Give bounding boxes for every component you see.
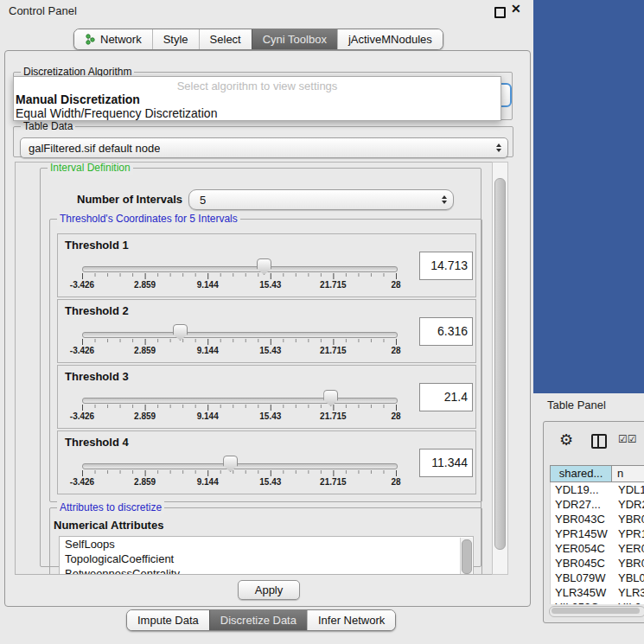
attribute-item-topologicalcoefficient[interactable]: TopologicalCoefficient [60,552,473,566]
slider-tick-label: 28 [370,280,422,290]
thresholds-group-title: Threshold's Coordinates for 5 Intervals [57,213,240,226]
tab-network[interactable]: Network [74,29,152,49]
tab-label: Style [163,33,188,46]
table-row[interactable]: YBR045CYBR0 [551,556,644,571]
slider-tick-marks [82,470,397,477]
combo-stepper-icon [442,195,447,204]
slider-tick-label: 9.144 [182,346,233,355]
tab-label: Cyni Toolbox [263,33,327,46]
tab-select[interactable]: Select [199,29,252,49]
tab-label: jActiveMNodules [348,33,432,46]
attributes-list-scrollbar[interactable] [460,538,472,575]
slider-tick-label: 9.144 [182,411,233,421]
attribute-item-selfloops[interactable]: SelfLoops [60,537,473,552]
settings-scrollbar[interactable] [492,162,508,575]
slider-tick-label: 2.859 [119,280,171,290]
slider-tick-label: -3.426 [56,411,108,421]
slider-tick-label: 21.715 [307,477,359,487]
table-row[interactable]: YBL079WYBL0 [551,571,644,585]
slider-tick-label: 21.715 [307,280,359,290]
control-panel-tabs: NetworkStyleSelectCyni ToolboxjActiveMNo… [73,29,443,50]
table-horizontal-scrollbar[interactable] [549,606,644,617]
threshold-label: Threshold 2 [65,304,129,317]
slider-tick-marks [82,273,397,280]
table-row[interactable]: YDL19...YDL1 [551,482,644,497]
attribute-item-betweennesscentrality[interactable]: BetweennessCentrality [60,566,473,575]
split-pane-icon[interactable] [591,434,607,449]
close-window-icon[interactable]: ✕ [511,2,521,16]
slider-tick-label: 2.859 [119,411,171,421]
network-icon [85,34,96,45]
bottom-tab-label: Discretize Data [220,614,296,627]
slider-tick-label: 28 [370,477,422,487]
apply-button[interactable]: Apply [238,580,300,600]
bottom-tab-infer-network[interactable]: Infer Network [307,610,395,630]
cell-shared-name: YDL19... [551,482,613,497]
numerical-attributes-list[interactable]: SelfLoopsTopologicalCoefficientBetweenne… [59,536,474,575]
threshold-slider-track[interactable] [82,332,398,338]
cell-name: YBR0 [613,512,644,526]
float-window-icon[interactable] [494,7,506,18]
table-row[interactable]: YDR27...YDR2 [551,497,644,512]
node-table: shared... n YDL19...YDL1YDR27...YDR2YBR0… [550,465,644,604]
node-table-rows: YDL19...YDL1YDR27...YDR2YBR043CYBR0YPR14… [550,482,644,604]
slider-tick-label: 15.43 [245,346,296,355]
thresholds-group: Threshold's Coordinates for 5 Intervals … [49,219,482,502]
threshold-value-field[interactable]: 11.344 [419,449,473,477]
gear-icon[interactable]: ⚙ [559,430,573,450]
control-panel-window: Control Panel ✕ NetworkStyleSelectCyni T… [0,0,533,644]
slider-tick-label: 28 [370,411,422,421]
table-row[interactable]: YER054CYER0 [551,541,644,556]
algorithm-option-equal-width-frequency-discretization[interactable]: Equal Width/Frequency Discretization [14,106,501,120]
network-window-frame: GAL80GACGAL11GAL4GCY1HHAP2 [533,0,644,393]
interval-definition-group: Interval Definition Number of Intervals … [40,168,481,567]
algorithm-option-manual-discretization[interactable]: Manual Discretization [14,92,501,106]
bottom-tab-label: Infer Network [318,614,385,627]
apply-button-label: Apply [255,583,284,596]
threshold-slider-track[interactable] [82,463,398,469]
threshold-label: Threshold 3 [65,370,129,383]
node-table-header: shared... n [550,465,644,482]
table-horizontal-scrollbar-thumb[interactable] [552,608,640,614]
settings-scroll-viewport: Interval Definition Number of Intervals … [15,162,493,575]
bottom-tab-impute-data[interactable]: Impute Data [127,610,209,630]
tab-cyni-toolbox[interactable]: Cyni Toolbox [252,29,337,49]
threshold-panel-2: Threshold 2-3.4262.8599.14415.4321.71528… [57,299,476,363]
column-header-shared-name[interactable]: shared... [550,465,612,482]
bottom-tab-label: Impute Data [137,614,199,627]
cell-name: YDL1 [613,482,644,497]
column-header-name[interactable]: n [612,465,644,482]
cell-name: YBL0 [613,571,644,585]
num-intervals-combobox[interactable]: 5 [188,189,454,210]
table-row[interactable]: YBR043CYBR0 [551,512,644,526]
slider-tick-label: -3.426 [56,346,108,355]
cell-name: YLR3 [613,585,644,600]
table-row[interactable]: YIL052CYIL0 [551,600,644,604]
cell-shared-name: YIL052C [551,600,613,604]
threshold-value-field[interactable]: 14.713 [419,252,473,280]
slider-tick-label: -3.426 [56,477,108,487]
table-row[interactable]: YPR145WYPR1 [551,526,644,541]
attributes-list-scrollbar-thumb[interactable] [462,539,472,574]
tab-jactivemnodules[interactable]: jActiveMNodules [337,29,443,49]
table-panel-title: Table Panel [547,399,606,411]
slider-tick-label: 21.715 [307,411,359,421]
tab-style[interactable]: Style [152,29,199,49]
threshold-value-field[interactable]: 21.4 [419,383,473,411]
slider-tick-label: 2.859 [119,477,171,487]
bottom-tab-discretize-data[interactable]: Discretize Data [209,610,307,630]
cell-shared-name: YBL079W [551,571,613,585]
slider-tick-label: 15.43 [245,280,296,290]
threshold-slider-track[interactable] [82,398,398,404]
threshold-value-field[interactable]: 6.316 [419,317,473,346]
cell-shared-name: YDR27... [551,497,613,512]
settings-scrollbar-thumb[interactable] [494,178,506,550]
checkbox-icons[interactable]: ☑☑ [618,433,637,445]
threshold-slider-track[interactable] [82,266,398,272]
slider-tick-label: -3.426 [56,280,108,290]
numerical-attributes-label: Numerical Attributes [54,519,163,532]
table-row[interactable]: YLR345WYLR3 [551,585,644,600]
table-data-combobox[interactable]: galFiltered.sif default node [20,137,508,158]
cell-shared-name: YBR045C [551,556,613,571]
slider-tick-label: 15.43 [245,411,296,421]
